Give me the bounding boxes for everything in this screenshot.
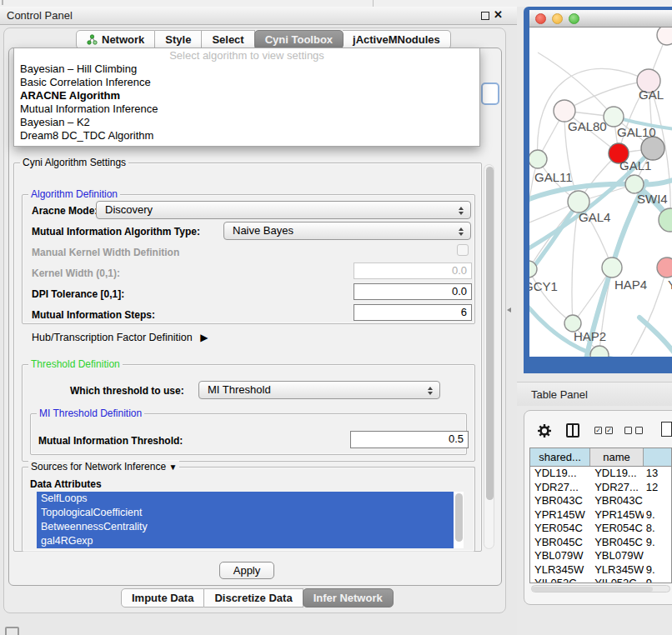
network-window-titlebar[interactable]	[529, 10, 672, 28]
cell-value[interactable]: 9	[644, 577, 671, 583]
deselect-all-columns-icon[interactable]	[624, 427, 632, 434]
table-row[interactable]: YBL079W YBL079W	[530, 549, 671, 563]
menu-item-mutual-information[interactable]: Mutual Information Inference	[14, 102, 479, 116]
attribute-item[interactable]: SelfLoops	[37, 492, 454, 506]
node-label: Y	[668, 278, 672, 292]
cell-value[interactable]	[644, 549, 671, 563]
node-hub-gray[interactable]	[641, 137, 664, 160]
cell-shared-name[interactable]: YIL052C	[530, 577, 590, 583]
node-salmon[interactable]	[657, 258, 672, 278]
table-row[interactable]: YDL19... YDL19... 13	[530, 467, 671, 481]
cell-value[interactable]: 9.	[644, 508, 671, 522]
table-panel-titlebar[interactable]: Table Panel	[517, 382, 672, 406]
select-all-columns-icon[interactable]: ✓	[594, 427, 602, 434]
attributes-scrollbar-thumb[interactable]	[455, 493, 463, 542]
attribute-item[interactable]: BetweennessCentrality	[37, 520, 454, 534]
cell-name[interactable]: YBR043C	[590, 494, 644, 508]
mi-steps-input[interactable]: 6	[354, 304, 472, 321]
cell-value[interactable]: 12	[644, 481, 671, 495]
panel-splitter-grip[interactable]	[507, 308, 511, 312]
table-row[interactable]: YLR345W YLR345W 9.	[530, 563, 671, 578]
close-window-icon[interactable]	[535, 13, 546, 24]
tab-select[interactable]: Select	[202, 30, 254, 49]
node-partial[interactable]	[657, 28, 672, 45]
node-green[interactable]	[625, 175, 644, 193]
cell-value[interactable]: 8.	[644, 522, 671, 536]
cell-shared-name[interactable]: YBL079W	[530, 549, 590, 563]
cell-shared-name[interactable]: YPR145W	[530, 508, 590, 522]
cell-name[interactable]: YPR145W	[590, 508, 644, 522]
cell-name[interactable]: YBR045C	[590, 536, 644, 550]
node-partial-bottom[interactable]	[590, 346, 609, 357]
cell-name[interactable]: YLR345W	[590, 563, 644, 578]
apply-button[interactable]: Apply	[219, 562, 274, 579]
cell-name[interactable]: YDL19...	[590, 467, 644, 481]
cell-name[interactable]: YIL052C	[590, 577, 644, 583]
cell-shared-name[interactable]: YER054C	[530, 522, 590, 536]
which-threshold-select[interactable]: MI Threshold	[198, 381, 440, 399]
close-panel-icon[interactable]: ✕	[494, 8, 503, 21]
column-header-name[interactable]: name	[590, 448, 644, 466]
menu-item-bayesian-hill-climbing[interactable]: Bayesian – Hill Climbing	[14, 62, 479, 76]
tab-impute-data[interactable]: Impute Data	[121, 588, 204, 608]
manual-kernel-width-checkbox[interactable]	[457, 244, 469, 256]
attribute-item[interactable]: TopologicalCoefficient	[37, 506, 454, 520]
table-horizontal-scrollbar-thumb[interactable]	[532, 587, 653, 592]
select-all-columns-icon-2[interactable]: ✓	[605, 427, 613, 434]
cell-name[interactable]: YER054C	[590, 522, 644, 536]
cell-name[interactable]: YDR27...	[590, 481, 644, 495]
cell-value[interactable]	[644, 494, 671, 508]
data-attributes-list[interactable]: SelfLoops TopologicalCoefficient Between…	[37, 492, 464, 548]
deselect-all-columns-icon-2[interactable]	[635, 427, 643, 434]
cell-value[interactable]: 13	[644, 467, 671, 481]
cell-shared-name[interactable]: YDR27...	[530, 481, 590, 495]
menu-item-bayesian-k2[interactable]: Bayesian – K2	[14, 116, 479, 129]
aracne-mode-select[interactable]: Discovery	[96, 201, 471, 219]
table-row[interactable]: YBR045C YBR045C 9.	[530, 536, 671, 550]
dpi-tolerance-input[interactable]: 0.0	[354, 283, 472, 300]
dock-panel-icon[interactable]	[5, 627, 19, 635]
tab-cyni-toolbox[interactable]: Cyni Toolbox	[254, 30, 344, 49]
table-row[interactable]: YPR145W YPR145W 9.	[530, 508, 671, 522]
hub-definition-toggle[interactable]: Hub/Transcription Factor Definition ▶	[32, 332, 208, 343]
cell-name[interactable]: YBL079W	[590, 549, 644, 563]
tab-jactivemnodules[interactable]: jActiveMNodules	[343, 30, 451, 49]
menu-item-dream8[interactable]: Dream8 DC_TDC Algorithm	[14, 129, 479, 142]
table-row[interactable]: YIL052C YIL052C 9	[530, 577, 671, 583]
tab-infer-network[interactable]: Infer Network	[303, 588, 394, 608]
table-row[interactable]: YDR27... YDR27... 12	[530, 481, 671, 495]
menu-item-basic-correlation[interactable]: Basic Correlation Inference	[14, 76, 479, 89]
table-row[interactable]: YBR043C YBR043C	[530, 494, 671, 508]
tab-network[interactable]: Network	[76, 30, 155, 49]
column-header-partial[interactable]	[644, 448, 671, 466]
zoom-window-icon[interactable]	[569, 13, 579, 24]
mi-algorithm-type-select[interactable]: Naive Bayes	[223, 222, 471, 240]
sources-group-title[interactable]: Sources for Network Inference ▼	[28, 461, 179, 472]
node-hap4[interactable]	[602, 258, 622, 278]
algorithm-combobox-edge[interactable]	[481, 82, 499, 105]
cell-shared-name[interactable]: YBR043C	[530, 494, 590, 508]
network-canvas[interactable]: GAL GAL80 GAL10 GAL1 GAL11 GAL4 SWI4 GCY…	[529, 28, 672, 357]
column-header-shared-name[interactable]: shared...	[530, 448, 590, 466]
float-panel-icon[interactable]	[481, 12, 489, 20]
cell-value[interactable]: 9.	[644, 563, 671, 578]
cell-value[interactable]: 9.	[644, 536, 671, 550]
cell-shared-name[interactable]: YDL19...	[530, 467, 590, 481]
settings-scrollbar-thumb[interactable]	[486, 167, 494, 500]
table-settings-gear-icon[interactable]	[537, 423, 552, 438]
control-panel-titlebar[interactable]: Control Panel ✕	[0, 7, 517, 25]
export-table-icon[interactable]	[661, 422, 672, 437]
tab-discretize-data[interactable]: Discretize Data	[204, 588, 303, 608]
mi-threshold-input[interactable]: 0.5	[350, 431, 469, 448]
kernel-width-input[interactable]: 0.0	[354, 262, 472, 279]
menu-item-aracne[interactable]: ARACNE Algorithm	[14, 89, 479, 102]
cell-shared-name[interactable]: YBR045C	[530, 536, 590, 550]
show-columns-icon[interactable]	[566, 423, 579, 438]
attribute-item[interactable]: gal4RGexp	[37, 534, 454, 548]
node-gal11[interactable]	[529, 150, 547, 168]
cell-shared-name[interactable]: YLR345W	[530, 563, 590, 578]
minimize-window-icon[interactable]	[552, 13, 563, 24]
table-row[interactable]: YER054C YER054C 8.	[530, 522, 671, 536]
tab-style[interactable]: Style	[155, 30, 202, 49]
settings-scrollbar[interactable]	[484, 164, 494, 549]
